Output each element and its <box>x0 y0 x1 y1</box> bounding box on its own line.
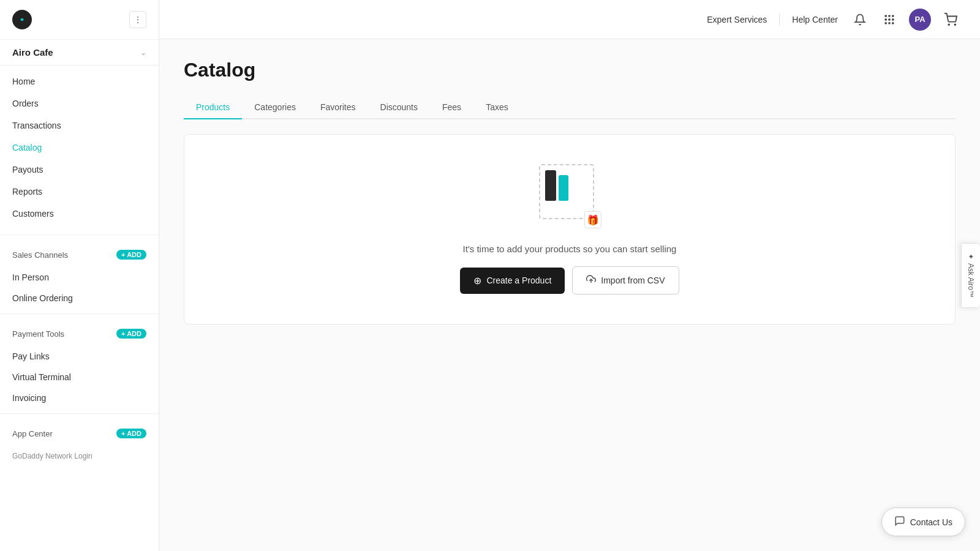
contact-us-button[interactable]: Contact Us <box>881 508 965 536</box>
empty-state-card: 🎁 It's time to add your products so you … <box>184 134 956 324</box>
app-center-header: App Center + ADD <box>12 429 146 438</box>
sidebar-item-in-person[interactable]: In Person <box>0 267 159 288</box>
payment-tools-section: Payment Tools + ADD <box>0 319 159 346</box>
catalog-tabs: Products Categories Favorites Discounts … <box>184 96 956 119</box>
empty-state-text: It's time to add your products so you ca… <box>463 244 677 254</box>
collapse-sidebar-button[interactable]: ⋮ <box>129 11 146 28</box>
store-name-row[interactable]: Airo Cafe ⌄ <box>0 40 159 66</box>
sidebar-item-orders[interactable]: Orders <box>0 92 159 114</box>
chat-icon <box>894 515 905 528</box>
sidebar-item-customers[interactable]: Customers <box>0 203 159 225</box>
bottle-teal <box>559 175 568 201</box>
sidebar-item-payouts[interactable]: Payouts <box>0 159 159 181</box>
avatar[interactable]: PA <box>909 9 931 31</box>
tab-categories[interactable]: Categories <box>242 96 308 119</box>
gift-icon: 🎁 <box>584 211 601 228</box>
product-bottles-image <box>545 170 568 201</box>
payment-tools-label: Payment Tools <box>12 329 64 339</box>
sidebar: ⋮ Airo Cafe ⌄ Home Orders Transactions C… <box>0 0 159 551</box>
store-name: Airo Cafe <box>12 47 140 58</box>
sidebar-item-pay-links[interactable]: Pay Links <box>0 346 159 367</box>
create-product-button[interactable]: ⊕ Create a Product <box>460 268 565 294</box>
svg-point-10 <box>948 24 949 25</box>
topbar: Expert Services Help Center <box>159 0 980 39</box>
import-csv-button[interactable]: Import from CSV <box>572 266 679 294</box>
tab-products[interactable]: Products <box>184 96 242 119</box>
import-csv-label: Import from CSV <box>601 276 665 285</box>
plus-circle-icon: ⊕ <box>473 275 481 287</box>
sales-channels-section: Sales Channels + ADD <box>0 240 159 267</box>
content-area: Catalog Products Categories Favorites Di… <box>159 39 980 551</box>
tab-fees[interactable]: Fees <box>430 96 473 119</box>
svg-rect-4 <box>885 18 887 20</box>
sales-channels-label: Sales Channels <box>12 250 68 260</box>
upload-icon <box>586 274 596 287</box>
tab-discounts[interactable]: Discounts <box>368 96 430 119</box>
empty-state-illustration: 🎁 <box>533 164 606 231</box>
svg-rect-3 <box>892 15 894 17</box>
apps-grid-icon[interactable] <box>880 10 899 29</box>
empty-state-actions: ⊕ Create a Product Import from CSV <box>460 266 679 294</box>
logo-icon <box>12 10 32 29</box>
expert-services-link[interactable]: Expert Services <box>707 15 767 24</box>
godaddy-network-link[interactable]: GoDaddy Network Login <box>0 446 159 467</box>
tab-favorites[interactable]: Favorites <box>308 96 368 119</box>
divider-1 <box>0 234 159 235</box>
notification-icon[interactable] <box>850 10 870 29</box>
ask-airo-icon: ✦ <box>967 253 975 260</box>
ask-airo-tab[interactable]: ✦ Ask Airo™ <box>961 243 980 308</box>
sidebar-item-catalog[interactable]: Catalog <box>0 137 159 159</box>
sidebar-header: ⋮ <box>0 0 159 40</box>
topbar-divider <box>779 13 780 26</box>
svg-rect-7 <box>885 22 887 24</box>
payment-tools-header: Payment Tools + ADD <box>12 329 146 339</box>
app-center-add-button[interactable]: + ADD <box>116 429 146 438</box>
sidebar-item-online-ordering[interactable]: Online Ordering <box>0 288 159 309</box>
sidebar-logo <box>12 10 32 29</box>
divider-2 <box>0 313 159 314</box>
empty-state-inner: 🎁 It's time to add your products so you … <box>460 164 679 294</box>
bottle-dark <box>545 170 556 201</box>
main-area: Expert Services Help Center <box>159 0 980 551</box>
tab-taxes[interactable]: Taxes <box>473 96 521 119</box>
contact-us-label: Contact Us <box>910 517 952 527</box>
sidebar-item-reports[interactable]: Reports <box>0 181 159 203</box>
sidebar-nav: Home Orders Transactions Catalog Payouts… <box>0 66 159 230</box>
sidebar-item-transactions[interactable]: Transactions <box>0 114 159 137</box>
svg-rect-9 <box>892 22 894 24</box>
sidebar-item-invoicing[interactable]: Invoicing <box>0 388 159 408</box>
svg-point-11 <box>954 24 956 25</box>
cart-icon[interactable] <box>941 10 960 29</box>
sales-channels-header: Sales Channels + ADD <box>12 250 146 260</box>
sidebar-item-home[interactable]: Home <box>0 70 159 92</box>
svg-rect-8 <box>888 22 890 24</box>
svg-rect-5 <box>888 18 890 20</box>
svg-rect-6 <box>892 18 894 20</box>
sales-channels-add-button[interactable]: + ADD <box>116 250 146 260</box>
svg-rect-1 <box>885 15 887 17</box>
ask-airo-label: Ask Airo™ <box>967 263 975 298</box>
help-center-link[interactable]: Help Center <box>792 15 838 24</box>
chevron-down-icon: ⌄ <box>140 48 146 57</box>
app-center-label: App Center <box>12 429 53 438</box>
topbar-icons: PA <box>850 9 960 31</box>
page-title: Catalog <box>184 59 956 81</box>
svg-rect-2 <box>888 15 890 17</box>
app-center-section: App Center + ADD <box>0 419 159 446</box>
divider-3 <box>0 413 159 414</box>
sidebar-item-virtual-terminal[interactable]: Virtual Terminal <box>0 367 159 388</box>
payment-tools-add-button[interactable]: + ADD <box>116 329 146 339</box>
create-product-label: Create a Product <box>486 276 551 285</box>
